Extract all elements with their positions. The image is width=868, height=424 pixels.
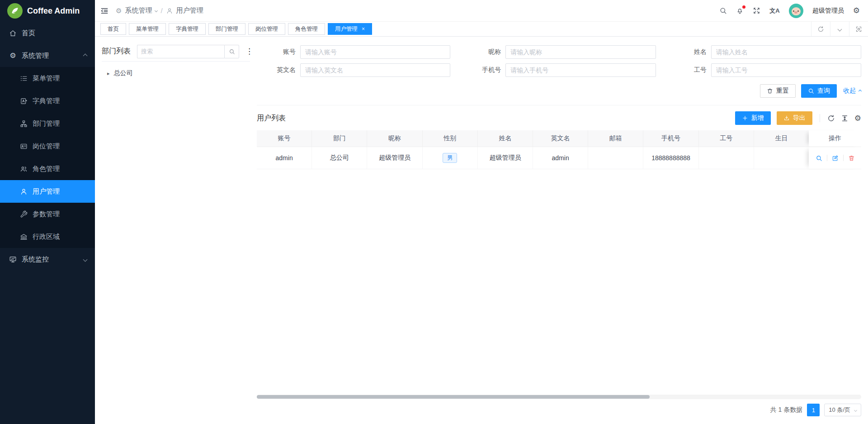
department-search-button[interactable] [224, 45, 239, 58]
account-input[interactable] [300, 45, 450, 59]
roles-icon [20, 165, 28, 173]
pagination: 共 1 条数据 1 10 条/页 [257, 403, 861, 417]
horizontal-scrollbar[interactable] [257, 395, 861, 399]
translate-icon[interactable]: 文A [769, 7, 779, 15]
sidebar-item-label: 岗位管理 [33, 142, 60, 151]
sidebar-item-administrative-region[interactable]: 行政区域 [0, 225, 95, 248]
english-name-label: 英文名 [257, 66, 300, 74]
dictionary-icon [20, 97, 28, 105]
notifications-bell-icon[interactable] [736, 7, 744, 14]
english-name-field: 英文名 [257, 63, 450, 77]
name-input[interactable] [711, 45, 861, 59]
fullscreen-icon[interactable] [753, 7, 760, 14]
refresh-table-icon[interactable] [827, 114, 835, 122]
breadcrumb-separator: / [160, 7, 162, 14]
row-height-icon[interactable] [841, 114, 849, 122]
delete-user-icon[interactable] [848, 155, 855, 162]
refresh-tab-icon[interactable] [811, 22, 830, 36]
add-label: 新增 [751, 114, 764, 122]
tab-label: 岗位管理 [255, 25, 278, 33]
cell-english-name: admin [533, 147, 588, 169]
phone-input[interactable] [505, 63, 656, 77]
add-user-button[interactable]: 新增 [735, 111, 771, 125]
sidebar-item-dictionary-management[interactable]: 字典管理 [0, 90, 95, 112]
tab-options-chevron-icon[interactable] [830, 22, 849, 36]
user-icon [20, 188, 28, 195]
filter-form: 账号 昵称 姓名 英文名 [257, 42, 861, 105]
settings-gear-icon[interactable]: ⚙ [853, 7, 860, 14]
english-name-input[interactable] [300, 63, 450, 77]
sidebar: Coffee Admin 首页 ⚙ 系统管理 菜单管理 字典管理 [0, 0, 95, 424]
sidebar-item-label: 首页 [22, 29, 35, 38]
name-label: 姓名 [668, 48, 711, 56]
current-username[interactable]: 超级管理员 [812, 7, 844, 15]
maximize-content-icon[interactable] [849, 22, 868, 36]
nickname-input[interactable] [505, 45, 656, 59]
close-tab-icon[interactable]: × [362, 26, 365, 32]
caret-right-icon[interactable]: ▸ [107, 71, 110, 76]
sidebar-item-label: 角色管理 [33, 165, 60, 173]
home-icon [9, 29, 17, 37]
scrollbar-thumb[interactable] [257, 395, 650, 399]
tab-role-management[interactable]: 角色管理 [288, 23, 325, 35]
tree-node-label: 总公司 [114, 69, 133, 77]
column-header-english-name: 英文名 [533, 130, 588, 147]
chevron-up-icon [83, 53, 88, 58]
table-settings-gear-icon[interactable]: ⚙ [854, 114, 861, 122]
cell-department: 总公司 [311, 147, 367, 169]
collapse-filter-link[interactable]: 收起 [843, 87, 861, 95]
avatar-face [792, 7, 801, 15]
page-number-button[interactable]: 1 [807, 404, 820, 416]
page-size-select[interactable]: 10 条/页 [824, 404, 861, 416]
collapse-sidebar-icon[interactable] [100, 7, 108, 15]
more-options-icon[interactable]: ⋮ [245, 48, 253, 55]
sidebar-item-system-monitor[interactable]: 系统监控 [0, 248, 95, 271]
collapse-label: 收起 [843, 87, 856, 95]
breadcrumb-parent[interactable]: 系统管理 [125, 6, 152, 15]
edit-user-icon[interactable] [832, 155, 839, 162]
breadcrumb-current: 用户管理 [176, 6, 203, 15]
sidebar-item-home[interactable]: 首页 [0, 22, 95, 44]
column-header-name: 姓名 [477, 130, 533, 147]
tab-bar: 首页 菜单管理 字典管理 部门管理 岗位管理 角色管理 用户管理 × [95, 22, 868, 37]
sidebar-item-system-management[interactable]: ⚙ 系统管理 [0, 44, 95, 67]
search-icon[interactable] [719, 7, 727, 14]
tab-label: 部门管理 [216, 25, 238, 33]
chevron-down-icon [83, 257, 88, 262]
tree-node-head-office[interactable]: ▸ 总公司 [102, 66, 250, 81]
reset-label: 重置 [776, 87, 789, 95]
sidebar-menu: 首页 ⚙ 系统管理 菜单管理 字典管理 部门管理 [0, 22, 95, 424]
sidebar-item-parameter-management[interactable]: 参数管理 [0, 203, 95, 225]
table-empty-area [257, 169, 861, 395]
cell-job-number [698, 147, 754, 169]
sidebar-item-label: 参数管理 [33, 210, 60, 219]
tab-department-management[interactable]: 部门管理 [208, 23, 245, 35]
search-button[interactable]: 查询 [801, 84, 837, 98]
sidebar-item-user-management[interactable]: 用户管理 [0, 180, 95, 203]
tab-label: 字典管理 [176, 25, 198, 33]
sidebar-item-label: 系统管理 [22, 52, 49, 60]
tab-menu-management[interactable]: 菜单管理 [129, 23, 166, 35]
department-search-input[interactable] [137, 45, 224, 58]
tab-home[interactable]: 首页 [100, 23, 126, 35]
export-button[interactable]: 导出 [777, 111, 812, 125]
tab-user-management[interactable]: 用户管理 × [328, 23, 372, 35]
job-number-input[interactable] [711, 63, 861, 77]
column-header-birthday: 生日 [754, 130, 809, 147]
sidebar-item-menu-management[interactable]: 菜单管理 [0, 67, 95, 90]
sidebar-item-role-management[interactable]: 角色管理 [0, 157, 95, 180]
tab-dictionary-management[interactable]: 字典管理 [169, 23, 206, 35]
cell-gender: 男 [422, 147, 477, 169]
job-number-label: 工号 [668, 66, 711, 74]
app-logo: Coffee Admin [0, 0, 95, 22]
reset-button[interactable]: 重置 [760, 84, 796, 98]
sidebar-item-label: 字典管理 [33, 97, 60, 105]
bank-icon [20, 233, 28, 241]
user-avatar[interactable] [789, 4, 803, 18]
sidebar-item-department-management[interactable]: 部门管理 [0, 112, 95, 135]
column-header-nickname: 昵称 [367, 130, 422, 147]
search-icon [808, 88, 814, 94]
view-user-icon[interactable] [816, 155, 822, 162]
sidebar-item-post-management[interactable]: 岗位管理 [0, 135, 95, 157]
tab-post-management[interactable]: 岗位管理 [248, 23, 285, 35]
